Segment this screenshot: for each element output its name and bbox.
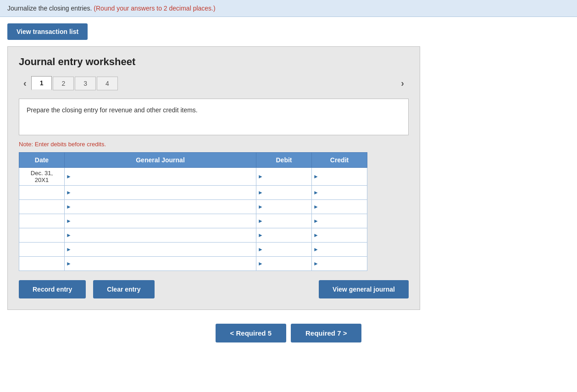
journal-cell-6[interactable]: ► bbox=[65, 243, 256, 257]
credit-input-6[interactable] bbox=[320, 243, 367, 256]
debit-input-2[interactable] bbox=[265, 186, 311, 199]
credit-arrow-5: ► bbox=[312, 232, 320, 238]
debit-arrow-7: ► bbox=[256, 260, 265, 267]
journal-cell-3[interactable]: ► bbox=[65, 200, 256, 214]
debit-input-6[interactable] bbox=[265, 243, 311, 256]
debit-cell-2[interactable]: ► bbox=[256, 186, 312, 200]
required-5-button[interactable]: < Required 5 bbox=[216, 324, 286, 342]
debit-input-1[interactable] bbox=[265, 170, 311, 183]
tab-prev-arrow[interactable]: ‹ bbox=[19, 75, 31, 91]
tab-4[interactable]: 4 bbox=[97, 77, 118, 90]
debit-input-5[interactable] bbox=[265, 228, 311, 242]
date-cell-1: Dec. 31,20X1 bbox=[19, 168, 65, 186]
tab-2[interactable]: 2 bbox=[53, 77, 74, 90]
debit-input-7[interactable] bbox=[265, 257, 311, 271]
tab-next-arrow[interactable]: › bbox=[396, 75, 409, 91]
journal-table: Date General Journal Debit Credit Dec. 3… bbox=[19, 152, 367, 271]
table-row: ► ► ► bbox=[19, 214, 367, 228]
required-7-button[interactable]: Required 7 > bbox=[291, 324, 361, 342]
journal-cell-7[interactable]: ► bbox=[65, 257, 256, 271]
instruction-bar: Journalize the closing entries. (Round y… bbox=[0, 0, 577, 17]
debit-cell-7[interactable]: ► bbox=[256, 257, 312, 271]
debit-input-4[interactable] bbox=[265, 214, 311, 228]
credit-cell-6[interactable]: ► bbox=[312, 243, 367, 257]
credit-input-3[interactable] bbox=[320, 200, 367, 214]
debit-arrow-3: ► bbox=[256, 204, 265, 210]
journal-input-6[interactable] bbox=[73, 243, 256, 256]
debit-arrow-6: ► bbox=[256, 246, 265, 253]
journal-cell-5[interactable]: ► bbox=[65, 228, 256, 243]
action-buttons: Record entry Clear entry View general jo… bbox=[19, 280, 409, 298]
col-header-credit: Credit bbox=[312, 153, 367, 168]
debit-cell-3[interactable]: ► bbox=[256, 200, 312, 214]
row-arrow-6: ► bbox=[65, 246, 73, 253]
journal-cell-2[interactable]: ► bbox=[65, 186, 256, 200]
view-transaction-button[interactable]: View transaction list bbox=[7, 23, 88, 40]
credit-input-4[interactable] bbox=[320, 214, 367, 228]
journal-cell-1[interactable]: ► bbox=[65, 168, 256, 186]
debit-arrow-1: ► bbox=[256, 173, 265, 180]
journal-input-7[interactable] bbox=[73, 257, 256, 271]
record-entry-button[interactable]: Record entry bbox=[19, 280, 86, 298]
credit-arrow-3: ► bbox=[312, 204, 320, 210]
col-header-debit: Debit bbox=[256, 153, 312, 168]
date-cell-6 bbox=[19, 243, 65, 257]
debit-arrow-4: ► bbox=[256, 218, 265, 224]
credit-arrow-6: ► bbox=[312, 246, 320, 253]
credit-input-5[interactable] bbox=[320, 228, 367, 242]
row-arrow-7: ► bbox=[65, 260, 73, 267]
row-arrow-4: ► bbox=[65, 218, 73, 224]
col-header-journal: General Journal bbox=[65, 153, 256, 168]
credit-arrow-2: ► bbox=[312, 189, 320, 196]
table-row: Dec. 31,20X1 ► ► bbox=[19, 168, 367, 186]
round-note: (Round your answers to 2 decimal places.… bbox=[94, 5, 215, 12]
table-row: ► ► ► bbox=[19, 186, 367, 200]
journal-input-1[interactable] bbox=[73, 170, 256, 183]
debit-arrow-5: ► bbox=[256, 232, 265, 238]
table-row: ► ► ► bbox=[19, 200, 367, 214]
credit-cell-7[interactable]: ► bbox=[312, 257, 367, 271]
tabs-nav: ‹ 1 2 3 4 › bbox=[19, 75, 409, 91]
date-cell-7 bbox=[19, 257, 65, 271]
credit-cell-5[interactable]: ► bbox=[312, 228, 367, 243]
credit-cell-1[interactable]: ► bbox=[312, 168, 367, 186]
credit-input-2[interactable] bbox=[320, 186, 367, 199]
credit-cell-2[interactable]: ► bbox=[312, 186, 367, 200]
table-row: ► ► ► bbox=[19, 257, 367, 271]
date-cell-5 bbox=[19, 228, 65, 243]
row-arrow-2: ► bbox=[65, 189, 73, 196]
credit-input-1[interactable] bbox=[320, 170, 367, 183]
credit-input-7[interactable] bbox=[320, 257, 367, 271]
credit-cell-3[interactable]: ► bbox=[312, 200, 367, 214]
worksheet-container: Journal entry worksheet ‹ 1 2 3 4 › Prep… bbox=[7, 46, 420, 310]
debit-cell-5[interactable]: ► bbox=[256, 228, 312, 243]
debit-cell-4[interactable]: ► bbox=[256, 214, 312, 228]
bottom-nav: < Required 5 Required 7 > bbox=[0, 324, 577, 342]
tab-3[interactable]: 3 bbox=[75, 77, 96, 90]
date-cell-3 bbox=[19, 200, 65, 214]
debit-cell-1[interactable]: ► bbox=[256, 168, 312, 186]
col-header-date: Date bbox=[19, 153, 65, 168]
debit-cell-6[interactable]: ► bbox=[256, 243, 312, 257]
instruction-box-text: Prepare the closing entry for revenue an… bbox=[27, 106, 198, 114]
row-arrow-3: ► bbox=[65, 204, 73, 210]
credit-arrow-1: ► bbox=[312, 173, 320, 180]
journal-cell-4[interactable]: ► bbox=[65, 214, 256, 228]
worksheet-title: Journal entry worksheet bbox=[19, 56, 409, 68]
credit-arrow-4: ► bbox=[312, 218, 320, 224]
view-general-journal-button[interactable]: View general journal bbox=[319, 280, 409, 298]
note-text: Note: Enter debits before credits. bbox=[19, 141, 409, 148]
debit-arrow-2: ► bbox=[256, 189, 265, 196]
tab-1[interactable]: 1 bbox=[31, 76, 52, 90]
journal-input-2[interactable] bbox=[73, 186, 256, 199]
journal-input-4[interactable] bbox=[73, 214, 256, 228]
clear-entry-button[interactable]: Clear entry bbox=[93, 280, 154, 298]
debit-input-3[interactable] bbox=[265, 200, 311, 214]
journal-input-3[interactable] bbox=[73, 200, 256, 214]
date-cell-2 bbox=[19, 186, 65, 200]
instruction-text: Journalize the closing entries. bbox=[7, 5, 92, 12]
table-row: ► ► ► bbox=[19, 228, 367, 243]
date-cell-4 bbox=[19, 214, 65, 228]
credit-cell-4[interactable]: ► bbox=[312, 214, 367, 228]
journal-input-5[interactable] bbox=[73, 228, 256, 242]
